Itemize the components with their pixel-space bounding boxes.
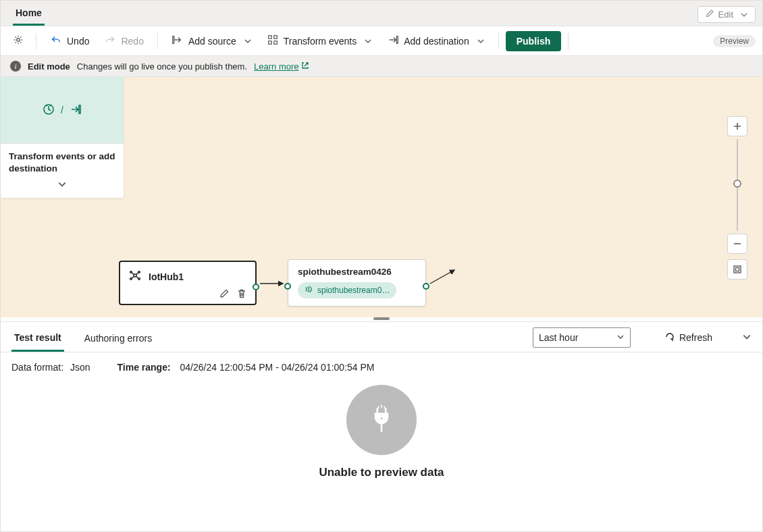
output-port[interactable] <box>253 284 259 290</box>
svg-rect-6 <box>397 36 398 44</box>
time-range-label: Time range: <box>117 362 171 373</box>
edit-button-label: Edit <box>718 9 733 20</box>
time-range-value-text: 04/26/24 12:00:54 PM - 04/26/24 01:00:54… <box>180 362 375 373</box>
toolbar-separator <box>157 33 158 49</box>
output-port[interactable] <box>423 283 429 290</box>
svg-line-8 <box>430 270 454 284</box>
pencil-icon <box>705 9 714 20</box>
transform-icon <box>267 34 279 48</box>
chevron-down-icon <box>616 332 625 343</box>
zoom-out-button[interactable] <box>727 234 747 254</box>
collapse-panel-button[interactable] <box>742 332 752 344</box>
empty-state-message: Unable to preview data <box>319 466 444 479</box>
transform-events-button[interactable]: Transform events <box>260 30 379 51</box>
edit-mode-title: Edit mode <box>28 61 70 72</box>
chevron-down-icon <box>244 37 252 45</box>
pipeline-canvas[interactable]: IotHub1 spiothubestream0426 spiothubestr… <box>1 77 762 317</box>
svg-point-0 <box>17 38 20 42</box>
refresh-icon <box>664 331 675 344</box>
action-icons: / <box>1 77 124 143</box>
svg-point-18 <box>379 417 383 420</box>
settings-button[interactable] <box>7 30 29 51</box>
connector <box>259 278 287 289</box>
external-link-icon <box>301 61 309 72</box>
svg-rect-16 <box>734 266 741 273</box>
results-panel: Test result Authoring errors Last hour R… <box>1 321 762 531</box>
add-source-button[interactable]: Add source <box>165 30 259 51</box>
edit-node-button[interactable] <box>219 288 230 299</box>
stream-chip-label: spiothubestream0… <box>317 286 390 295</box>
svg-point-9 <box>134 274 136 277</box>
node-stream[interactable]: spiothubestream0426 spiothubestream0… <box>288 259 426 307</box>
undo-button[interactable]: Undo <box>43 30 96 51</box>
header-tabs-row: Home Edit <box>1 1 762 26</box>
destination-icon <box>69 103 82 118</box>
node-header: IotHub1 <box>128 269 247 284</box>
slash-label: / <box>61 105 63 115</box>
learn-more-label: Learn more <box>254 61 298 72</box>
undo-icon <box>50 34 62 48</box>
header-tabs: Home <box>13 3 45 26</box>
zoom-slider-thumb[interactable] <box>733 180 741 188</box>
action-placeholder-label: Transform events or add destination <box>9 151 115 174</box>
transform-events-label: Transform events <box>284 36 357 47</box>
svg-rect-4 <box>268 41 271 45</box>
preview-pill: Preview <box>713 35 756 47</box>
toolbar-separator <box>36 33 36 49</box>
hub-icon <box>128 269 142 284</box>
zoom-slider-track[interactable] <box>737 139 738 231</box>
node-iothub[interactable]: IotHub1 <box>119 261 257 305</box>
connector <box>429 266 458 286</box>
svg-rect-5 <box>274 41 278 45</box>
add-source-icon <box>172 34 184 48</box>
result-meta-row: Data format: Json Time range: 04/26/24 1… <box>1 352 762 382</box>
learn-more-link[interactable]: Learn more <box>254 61 309 72</box>
svg-point-11 <box>138 271 140 273</box>
chevron-down-icon[interactable] <box>57 180 67 191</box>
empty-state: Unable to preview data <box>1 382 762 531</box>
redo-icon <box>104 34 116 48</box>
transform-icon <box>42 103 55 118</box>
time-range-value: Last hour <box>539 332 578 343</box>
stream-icon <box>305 285 313 296</box>
add-destination-label: Add destination <box>404 36 469 47</box>
node-iothub-title: IotHub1 <box>149 271 184 282</box>
app-root: Home Edit Undo Redo Add source <box>0 0 763 532</box>
node-stream-title: spiothubestream0426 <box>298 267 416 277</box>
stream-chip[interactable]: spiothubestream0… <box>298 282 396 298</box>
main-toolbar: Undo Redo Add source Transform events Ad… <box>1 26 762 56</box>
svg-point-13 <box>138 278 140 280</box>
svg-rect-2 <box>268 36 271 39</box>
chevron-down-icon <box>477 37 485 45</box>
redo-button-label: Redo <box>121 36 143 47</box>
time-range-dropdown[interactable]: Last hour <box>533 327 631 348</box>
zoom-in-button[interactable] <box>727 116 747 136</box>
data-format-value: Json <box>70 362 90 373</box>
plug-icon <box>346 385 417 455</box>
tab-authoring-errors[interactable]: Authoring errors <box>82 329 155 350</box>
info-icon: i <box>10 61 21 72</box>
toolbar-separator <box>498 33 499 49</box>
edit-mode-desc: Changes will go live once you publish th… <box>77 61 247 72</box>
publish-button[interactable]: Publish <box>506 31 562 51</box>
add-destination-button[interactable]: Add destination <box>380 30 492 51</box>
edit-button[interactable]: Edit <box>698 6 756 23</box>
node-action-placeholder[interactable]: / Transform events or add destination <box>1 77 124 198</box>
tab-home[interactable]: Home <box>13 3 45 26</box>
svg-point-12 <box>130 278 132 280</box>
svg-point-10 <box>130 271 132 273</box>
undo-button-label: Undo <box>67 36 89 47</box>
refresh-button-label: Refresh <box>679 332 712 343</box>
input-port[interactable] <box>284 283 291 290</box>
edit-mode-bar: i Edit mode Changes will go live once yo… <box>1 56 762 77</box>
data-format-label: Data format: <box>11 362 63 373</box>
zoom-controls <box>727 116 747 280</box>
svg-rect-3 <box>274 36 278 39</box>
toolbar-separator <box>568 33 569 49</box>
fit-to-screen-button[interactable] <box>727 259 747 280</box>
redo-button: Redo <box>97 30 150 51</box>
refresh-button[interactable]: Refresh <box>660 329 716 347</box>
delete-node-button[interactable] <box>236 288 247 299</box>
tab-test-result[interactable]: Test result <box>11 328 64 352</box>
chevron-down-icon <box>740 11 748 19</box>
